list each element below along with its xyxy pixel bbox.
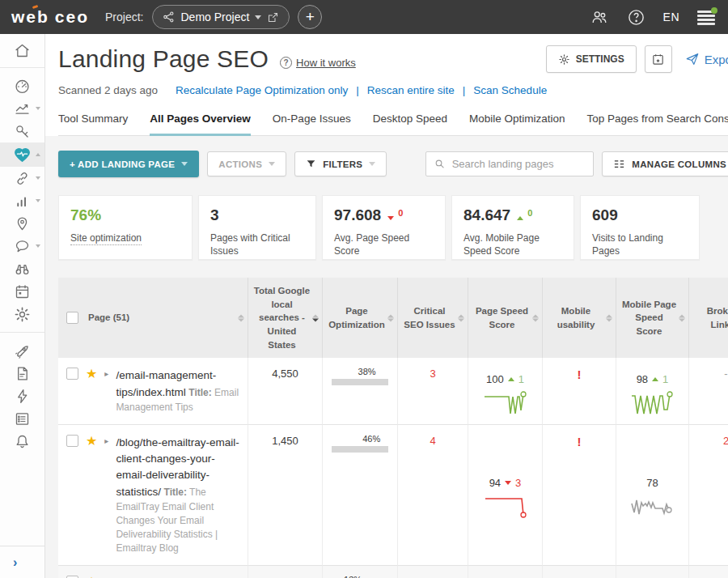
link-divider: | (356, 84, 359, 96)
users-icon[interactable] (590, 8, 609, 26)
sidebar-item-local-seo[interactable] (0, 212, 44, 235)
logo-text-web: web (11, 7, 49, 27)
column-header-page-speed[interactable]: Page Speed Score (468, 278, 543, 358)
row-checkbox[interactable] (66, 368, 78, 380)
sidebar-item-social[interactable] (0, 235, 44, 257)
search-input[interactable] (452, 158, 586, 170)
settings-label: SETTINGS (576, 53, 624, 65)
visits-value: 609 (592, 206, 688, 224)
column-header-optimization[interactable]: Page Optimization (323, 278, 398, 358)
speed-score: 100 (486, 373, 504, 385)
sidebar-item-quick-launch[interactable] (0, 339, 44, 362)
sidebar-item-home[interactable] (0, 34, 44, 68)
tab-mobile-optimization[interactable]: Mobile Optimization (469, 113, 565, 135)
critical-issues-cell: 3 (398, 358, 468, 425)
expand-row-icon[interactable]: ▸ (104, 435, 108, 448)
sidebar-expand-button[interactable]: › (0, 546, 44, 578)
add-project-button[interactable]: + (298, 5, 322, 29)
column-header-broken-links[interactable]: Broken Links (689, 278, 728, 358)
filters-button[interactable]: FILTERS (294, 151, 387, 176)
project-selector[interactable]: Demo Project (152, 5, 290, 29)
sidebar-item-rankings[interactable] (0, 97, 44, 120)
sidebar-item-reports[interactable] (0, 362, 44, 385)
scan-schedule-link[interactable]: Scan Schedule (473, 84, 547, 96)
page-header: Landing Page SEO ? How it works SETTINGS (45, 34, 728, 136)
favorite-star-icon[interactable]: ★ (86, 368, 97, 380)
manage-columns-button[interactable]: MANAGE COLUMNS (602, 151, 728, 176)
search-icon (434, 158, 445, 170)
speed-delta: 3 (515, 477, 521, 489)
select-all-checkbox[interactable] (66, 312, 78, 324)
column-header-page[interactable]: Page (51) (58, 278, 248, 358)
sidebar-item-traffic[interactable] (0, 189, 44, 212)
link-divider: | (463, 84, 466, 96)
trend-up-icon (508, 377, 514, 381)
settings-button[interactable]: SETTINGS (546, 45, 637, 73)
actions-button[interactable]: ACTIONS (207, 151, 286, 176)
column-header-issues[interactable]: Critical SEO Issues (398, 278, 468, 358)
avg-page-speed-label: Avg. Page Speed Score (334, 232, 434, 257)
main-area: Landing Page SEO ? How it works SETTINGS (45, 34, 728, 578)
tab-on-page-issues[interactable]: On-Page Issues (273, 113, 351, 135)
avg-page-speed-value: 97.608 (334, 206, 381, 224)
speed-sparkline (482, 492, 529, 521)
sidebar-item-settings[interactable] (0, 303, 44, 325)
avg-mobile-speed-value: 84.647 (463, 206, 510, 224)
bell-icon (14, 433, 31, 450)
sidebar-item-dashboard[interactable] (0, 74, 44, 97)
tab-all-pages-overview[interactable]: All Pages Overview (150, 113, 251, 136)
favorite-star-icon[interactable]: ★ (86, 435, 97, 447)
map-pin-icon (14, 215, 31, 232)
sidebar-item-competitors[interactable] (0, 257, 44, 280)
add-landing-page-button[interactable]: + ADD LANDING PAGE (58, 151, 199, 177)
sidebar-item-keywords[interactable] (0, 120, 44, 142)
site-optimization-label[interactable]: Site optimization (70, 232, 142, 245)
line-chart-icon (14, 100, 31, 117)
export-label: Export (705, 53, 728, 66)
export-dropdown[interactable]: Export (685, 52, 728, 66)
menu-icon[interactable] (697, 11, 715, 23)
recalculate-link[interactable]: Recalculate Page Optimization only (176, 84, 348, 96)
search-box (425, 151, 594, 176)
columns-icon (613, 159, 625, 169)
searches-cell: 30 (248, 566, 323, 578)
how-it-works-link[interactable]: ? How it works (280, 57, 356, 69)
mobile-speed-cell: 98 1 (616, 358, 689, 425)
add-landing-page-label: + ADD LANDING PAGE (70, 159, 175, 169)
webceo-logo[interactable]: webceo (11, 7, 89, 27)
question-circle-icon: ? (280, 57, 292, 69)
column-label: Total Google local searches - United Sta… (253, 284, 311, 351)
optimization-cell: 38% (323, 358, 398, 425)
tab-top-pages-search-console[interactable]: Top Pages from Search Console (587, 113, 728, 135)
expand-row-icon[interactable]: ▸ (104, 368, 108, 380)
sidebar-item-scheduler[interactable] (0, 280, 44, 303)
trend-up-icon (652, 377, 658, 381)
sidebar-item-notifications[interactable] (0, 430, 44, 453)
mobile-usability-cell[interactable]: ! (543, 358, 616, 425)
critical-issues-cell: 5 (398, 566, 468, 578)
summary-cards: 76% Site optimization 3 Pages with Criti… (58, 195, 728, 260)
column-header-mobile-usability[interactable]: Mobile usability (543, 278, 616, 358)
language-selector[interactable]: EN (663, 11, 679, 23)
sidebar-item-landing-page-seo[interactable] (0, 142, 44, 167)
scan-schedule-button[interactable] (645, 45, 672, 73)
card-critical-issues: 3 Pages with Critical Issues (198, 195, 316, 260)
sidebar-item-backlinks[interactable] (0, 167, 44, 189)
bar-chart-icon (14, 193, 31, 210)
trend-down-icon (387, 216, 394, 220)
column-header-searches[interactable]: Total Google local searches - United Sta… (248, 278, 323, 358)
rescan-link[interactable]: Rescan entire site (367, 84, 455, 96)
external-link-icon[interactable] (267, 11, 279, 23)
mobile-usability-cell[interactable]: ! (543, 566, 616, 578)
row-checkbox[interactable] (66, 435, 78, 447)
broken-links-cell[interactable]: 2 (689, 425, 728, 566)
column-header-mobile-speed[interactable]: Mobile Page Speed Score (616, 278, 689, 358)
sidebar-item-tasks[interactable] (0, 407, 44, 430)
mobile-usability-cell[interactable]: ! (543, 425, 616, 566)
chevron-down-icon (369, 162, 375, 166)
tab-tool-summary[interactable]: Tool Summary (58, 113, 128, 135)
sidebar-item-fast-tools[interactable] (0, 385, 44, 407)
page-speed-cell: 100 (468, 566, 543, 578)
tab-desktop-speed[interactable]: Desktop Speed (373, 113, 447, 135)
help-icon[interactable] (627, 8, 645, 27)
